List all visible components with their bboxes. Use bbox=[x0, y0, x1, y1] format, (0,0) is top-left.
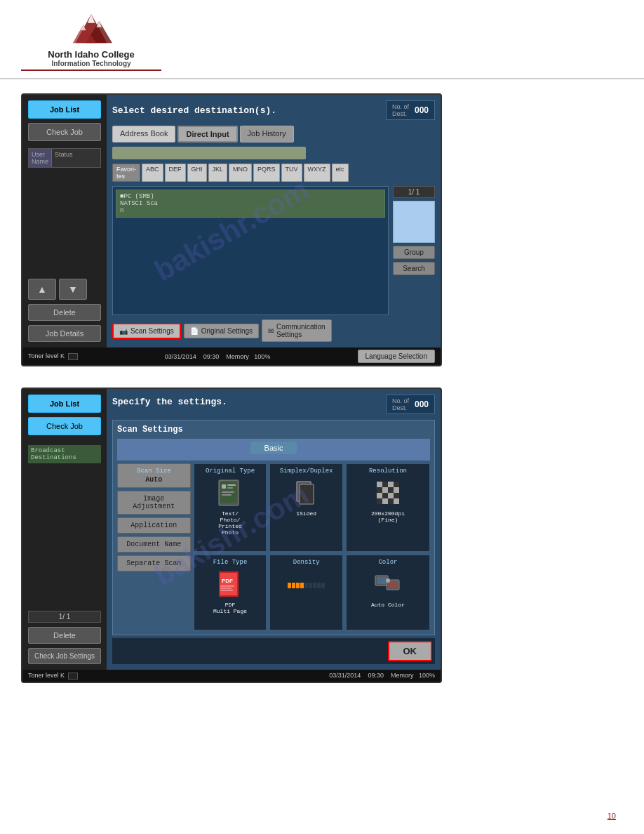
density-cell[interactable]: Density bbox=[269, 555, 343, 630]
basic-tab-label[interactable]: Basic bbox=[250, 442, 297, 454]
job-details-button[interactable]: Job Details bbox=[28, 325, 101, 342]
direct-input-tab[interactable]: Direct Input bbox=[177, 126, 237, 143]
svg-rect-11 bbox=[222, 491, 234, 493]
select-destination-text: Select desired destination(s). bbox=[112, 105, 276, 116]
language-selection-button[interactable]: Language Selection bbox=[358, 350, 435, 363]
down-arrow-button[interactable]: ▼ bbox=[59, 279, 87, 300]
ok-button-container: OK bbox=[112, 638, 435, 664]
svg-rect-27 bbox=[394, 493, 399, 498]
scan-size-button[interactable]: Scan Size Auto bbox=[117, 463, 191, 488]
scan-icon: 📷 bbox=[119, 327, 128, 335]
original-type-title: Original Type bbox=[206, 468, 255, 475]
density-bar bbox=[288, 583, 325, 588]
density-seg-8 bbox=[317, 583, 321, 588]
up-arrow-button[interactable]: ▲ bbox=[28, 279, 56, 300]
destination-tabs: Address Book Direct Input Job History bbox=[112, 126, 435, 143]
orig-icon: 📄 bbox=[190, 327, 199, 335]
scan-settings-label: Scan Settings bbox=[130, 327, 174, 335]
svg-rect-37 bbox=[220, 590, 233, 591]
page-indicator-2: 1/ 1 bbox=[28, 611, 101, 623]
svg-rect-33 bbox=[220, 573, 237, 595]
color-icon bbox=[372, 568, 403, 600]
toner-level-icon bbox=[68, 353, 78, 360]
logo-container: North Idaho College Information Technolo… bbox=[21, 11, 161, 71]
scan-settings-button[interactable]: 📷 Scan Settings bbox=[112, 323, 181, 339]
original-type-cell[interactable]: Original Type bbox=[194, 463, 267, 552]
favs-button[interactable]: Favori-tes bbox=[112, 164, 140, 182]
scan-settings-panel: Scan Settings Basic Original Type bbox=[112, 420, 435, 635]
date-2: 03/31/2014 bbox=[329, 672, 361, 679]
left-sidebar-1: Job List Check Job UserName Status ▲ ▼ D… bbox=[22, 95, 107, 348]
page-header: North Idaho College Information Technolo… bbox=[0, 0, 644, 79]
orig-settings-label: Original Settings bbox=[201, 327, 253, 335]
file-type-icon: PDF bbox=[214, 568, 246, 600]
comm-settings-button[interactable]: ✉ CommunicationSettings bbox=[262, 319, 331, 342]
ok-button[interactable]: OK bbox=[388, 641, 433, 661]
svg-rect-25 bbox=[382, 493, 388, 498]
toner-label: Toner level K bbox=[28, 352, 65, 359]
ghi-button[interactable]: GHI bbox=[187, 164, 207, 182]
check-job-button-2[interactable]: Check Job bbox=[28, 417, 101, 435]
status-bar-2: Toner level K 03/31/2014 09:30 Memory 10… bbox=[22, 670, 441, 682]
resolution-cell[interactable]: Resolution bbox=[346, 463, 430, 552]
screen1: Job List Check Job UserName Status ▲ ▼ D… bbox=[22, 95, 441, 348]
document-name-button[interactable]: Document Name bbox=[117, 536, 191, 552]
tuv-button[interactable]: TUV bbox=[281, 164, 302, 182]
search-bar[interactable] bbox=[112, 147, 306, 159]
scan-size-label: Scan Size bbox=[122, 468, 186, 475]
group-button[interactable]: Group bbox=[393, 246, 435, 259]
density-icon bbox=[290, 568, 322, 600]
density-seg-4 bbox=[300, 583, 304, 588]
separate-scan-button[interactable]: Separate Scan bbox=[117, 555, 191, 571]
address-book-tab[interactable]: Address Book bbox=[112, 126, 175, 143]
svg-rect-10 bbox=[227, 487, 233, 489]
svg-rect-23 bbox=[394, 487, 399, 493]
dest-item[interactable]: ■PC (SMB)NATSCI Scan bbox=[116, 190, 385, 218]
application-button[interactable]: Application bbox=[117, 517, 191, 534]
jkl-button[interactable]: JKL bbox=[208, 164, 228, 182]
original-type-icon bbox=[214, 477, 246, 508]
check-job-button[interactable]: Check Job bbox=[28, 123, 101, 141]
job-history-tab[interactable]: Job History bbox=[240, 126, 294, 143]
abc-button[interactable]: ABC bbox=[142, 164, 163, 182]
etc-button[interactable]: etc bbox=[332, 164, 349, 182]
density-seg-3 bbox=[296, 583, 300, 588]
screen2-top-bar: Specify the settings. No. ofDest. 000 bbox=[112, 395, 435, 414]
file-type-cell[interactable]: File Type PDF bbox=[194, 555, 267, 630]
svg-rect-18 bbox=[388, 482, 394, 487]
wxyz-button[interactable]: WXYZ bbox=[304, 164, 330, 182]
dest-count-2: 000 bbox=[415, 399, 429, 409]
original-settings-button[interactable]: 📄 Original Settings bbox=[184, 324, 259, 338]
college-name: North Idaho College bbox=[48, 49, 135, 60]
delete-button-2[interactable]: Delete bbox=[28, 627, 101, 644]
image-adjustment-button[interactable]: Image Adjustment bbox=[117, 491, 191, 515]
toner-level-icon-2 bbox=[68, 673, 78, 680]
date-time: 03/31/2014 09:30 Memory 100% bbox=[165, 353, 271, 360]
color-cell[interactable]: Color Auto Color bbox=[346, 555, 430, 630]
file-type-value: PDFMulti Page bbox=[213, 602, 247, 614]
toner-indicator: Toner level K bbox=[28, 352, 78, 360]
pqrs-button[interactable]: PQRS bbox=[253, 164, 280, 182]
mno-button[interactable]: MNO bbox=[229, 164, 252, 182]
comm-icon: ✉ bbox=[268, 327, 274, 335]
svg-rect-14 bbox=[300, 484, 314, 504]
settings-grid: Original Type bbox=[117, 463, 430, 630]
delete-button[interactable]: Delete bbox=[28, 304, 101, 321]
svg-rect-8 bbox=[222, 484, 226, 489]
search-button[interactable]: Search bbox=[393, 262, 435, 275]
job-list-button[interactable]: Job List bbox=[28, 100, 101, 119]
job-list-button-2[interactable]: Job List bbox=[28, 395, 101, 413]
memory-value: 100% bbox=[254, 353, 270, 360]
dest-list-area: ■PC (SMB)NATSCI Scan 1/ 1 Group Search bbox=[112, 186, 435, 315]
svg-point-42 bbox=[386, 578, 390, 583]
file-type-title: File Type bbox=[213, 559, 248, 566]
main-content: bakishr.com Job List Check Job UserName … bbox=[0, 79, 644, 718]
header-underline bbox=[21, 70, 161, 71]
scan-settings-title: Scan Settings bbox=[117, 425, 430, 435]
svg-rect-35 bbox=[220, 585, 234, 587]
check-job-settings-button[interactable]: Check Job Settings bbox=[28, 648, 101, 664]
simplex-duplex-cell[interactable]: Simplex/Duplex 1Sided bbox=[269, 463, 343, 552]
no-of-dest-panel-2: No. ofDest. 000 bbox=[386, 395, 435, 414]
def-button[interactable]: DEF bbox=[165, 164, 186, 182]
svg-rect-16 bbox=[377, 482, 382, 487]
